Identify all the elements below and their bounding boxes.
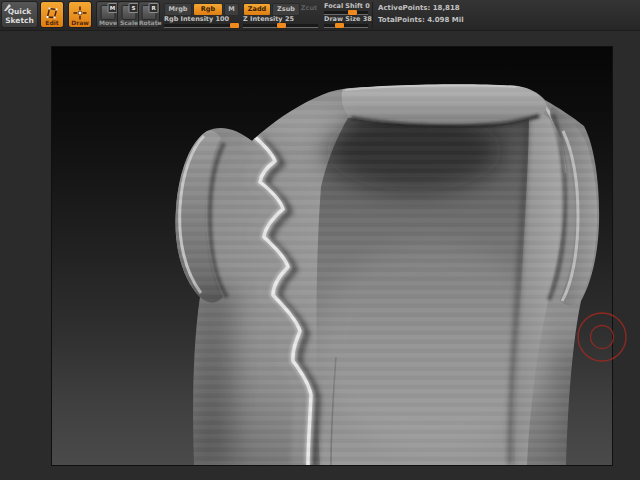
sculpt-canvas[interactable]	[52, 47, 612, 465]
z-intensity-marker[interactable]	[277, 23, 286, 28]
quick-sketch-label-2: Sketch	[2, 16, 37, 25]
zcut-button[interactable]: Zcut	[300, 3, 318, 14]
z-intensity-slider[interactable]: Z Intensity 25	[243, 15, 318, 28]
edit-button[interactable]: Edit	[40, 1, 64, 28]
move-label: Move	[97, 19, 119, 26]
rotate-label: Rotate	[139, 19, 159, 26]
quick-sketch-button[interactable]: Quick Sketch	[1, 1, 38, 28]
quick-sketch-icon	[3, 3, 12, 14]
active-points: ActivePoints: 18,818	[378, 4, 460, 12]
top-toolbar: Quick Sketch Edit Draw M Move	[0, 0, 640, 31]
draw-label: Draw	[69, 19, 91, 26]
rotate-button[interactable]: R Rotate	[138, 1, 160, 28]
rgb-intensity-marker[interactable]	[230, 23, 239, 28]
jacket-torso-model	[52, 47, 612, 465]
draw-button[interactable]: Draw	[68, 1, 92, 28]
total-points: TotalPoints: 4.098 Mil	[378, 16, 464, 24]
rgb-intensity-slider[interactable]: Rgb Intensity 100	[164, 15, 237, 28]
draw-size-marker[interactable]	[335, 23, 344, 28]
focal-shift-slider[interactable]: Focal Shift 0	[324, 2, 368, 15]
rotate-gyro-icon: R	[142, 5, 157, 20]
scale-label: Scale	[118, 19, 140, 26]
edit-label: Edit	[41, 19, 63, 26]
scale-gyro-icon: S	[122, 5, 137, 20]
draw-size-slider[interactable]: Draw Size 38	[324, 15, 368, 28]
facet-overlay	[52, 47, 612, 465]
move-gyro-icon: M	[101, 5, 116, 20]
toolbar-divider	[372, 2, 373, 28]
